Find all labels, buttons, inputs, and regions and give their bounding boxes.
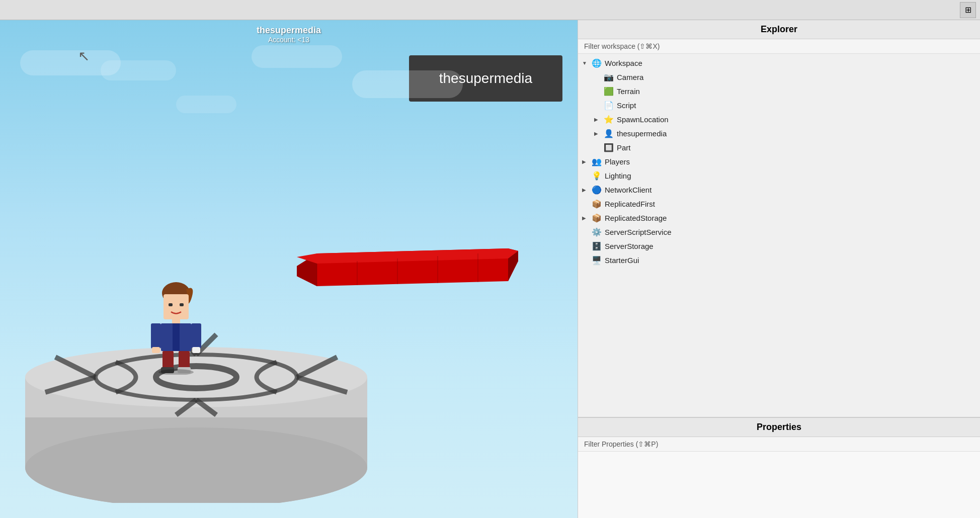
- svg-rect-32: [152, 347, 160, 353]
- tree-label-networkclient: NetworkClient: [605, 186, 651, 194]
- svg-rect-33: [191, 323, 201, 349]
- tree-label-camera: Camera: [617, 73, 643, 81]
- tree-label-thesupermedia: thesupermedia: [617, 129, 667, 138]
- tree-arrow-replicatedstorage[interactable]: ▶: [582, 215, 591, 221]
- tree-item-spawnlocation[interactable]: ▶⭐SpawnLocation: [578, 112, 980, 126]
- filter-properties-input[interactable]: Filter Properties (⇧⌘P): [578, 437, 980, 452]
- tree-icon-serverstorage: 🗄️: [591, 240, 602, 251]
- tree-icon-workspace: 🌐: [591, 57, 602, 68]
- svg-rect-25: [164, 294, 189, 319]
- viewport[interactable]: thesupermedia Account: <13 thesupermedia…: [0, 20, 578, 518]
- tree-label-part: Part: [617, 143, 631, 152]
- tree-arrow-thesupermedia[interactable]: ▶: [594, 131, 603, 136]
- tree-icon-spawnlocation: ⭐: [603, 114, 614, 125]
- svg-rect-27: [180, 303, 184, 306]
- explorer-section: Explorer Filter workspace (⇧⌘X) ▼🌐Worksp…: [578, 20, 980, 417]
- tree-label-replicatedfirst: ReplicatedFirst: [605, 200, 655, 208]
- svg-rect-34: [192, 347, 200, 353]
- svg-rect-31: [151, 323, 161, 349]
- tree-label-replicatedstorage: ReplicatedStorage: [605, 214, 667, 222]
- red-platform-svg: [297, 246, 518, 289]
- properties-header: Properties: [578, 418, 980, 437]
- tree-label-spawnlocation: SpawnLocation: [617, 115, 669, 124]
- tree-item-serverscriptservice[interactable]: ⚙️ServerScriptService: [578, 225, 980, 239]
- tree-icon-camera: 📷: [603, 71, 614, 82]
- svg-rect-30: [173, 323, 180, 351]
- filter-workspace-input[interactable]: Filter workspace (⇧⌘X): [578, 39, 980, 54]
- tree-label-lighting: Lighting: [605, 171, 631, 180]
- tree-item-workspace[interactable]: ▼🌐Workspace: [578, 56, 980, 70]
- tree-arrow-networkclient[interactable]: ▶: [582, 187, 591, 193]
- cloud-2: [101, 60, 176, 80]
- tree-arrow-players[interactable]: ▶: [582, 159, 591, 164]
- tree-icon-thesupermedia: 👤: [603, 128, 614, 139]
- properties-content: [578, 452, 980, 518]
- tree-icon-serverscriptservice: ⚙️: [591, 226, 602, 237]
- top-bar: ⊞: [0, 0, 980, 20]
- tree-arrow-workspace[interactable]: ▼: [582, 60, 591, 66]
- cloud-4: [352, 70, 463, 98]
- user-info-overlay: thesupermedia Account: <13: [257, 25, 321, 44]
- tree-label-serverscriptservice: ServerScriptService: [605, 228, 672, 236]
- tree-item-replicatedstorage[interactable]: ▶📦ReplicatedStorage: [578, 211, 980, 225]
- tree-item-players[interactable]: ▶👥Players: [578, 154, 980, 168]
- character: [148, 279, 204, 375]
- tree-item-thesupermedia[interactable]: ▶👤thesupermedia: [578, 126, 980, 140]
- svg-rect-28: [172, 318, 180, 323]
- tree-arrow-spawnlocation[interactable]: ▶: [594, 117, 603, 122]
- scene-container: [0, 95, 578, 519]
- tree-label-workspace: Workspace: [605, 59, 642, 67]
- tree-icon-part: 🔲: [603, 142, 614, 153]
- explorer-header: Explorer: [578, 20, 980, 39]
- main-content: thesupermedia Account: <13 thesupermedia…: [0, 20, 980, 518]
- tree-icon-startergui: 🖥️: [591, 254, 602, 266]
- svg-rect-26: [169, 303, 173, 306]
- tree-item-startergui[interactable]: 🖥️StarterGui: [578, 253, 980, 267]
- tree-icon-terrain: 🟩: [603, 85, 614, 97]
- tree-icon-lighting: 💡: [591, 170, 602, 181]
- tree-item-script[interactable]: 📄Script: [578, 98, 980, 112]
- tree-view[interactable]: ▼🌐Workspace📷Camera🟩Terrain📄Script▶⭐Spawn…: [578, 54, 980, 417]
- tree-icon-networkclient: 🔵: [591, 184, 602, 195]
- character-svg: [148, 279, 204, 375]
- tree-icon-replicatedfirst: 📦: [591, 198, 602, 209]
- tree-label-script: Script: [617, 101, 636, 110]
- cloud-3: [252, 45, 342, 68]
- svg-rect-37: [179, 351, 190, 369]
- tree-item-networkclient[interactable]: ▶🔵NetworkClient: [578, 183, 980, 197]
- tree-item-lighting[interactable]: 💡Lighting: [578, 168, 980, 183]
- tree-label-terrain: Terrain: [617, 87, 640, 96]
- tree-icon-replicatedstorage: 📦: [591, 212, 602, 223]
- tree-label-players: Players: [605, 157, 630, 166]
- tree-icon-players: 👥: [591, 156, 602, 167]
- window-icon[interactable]: ⊞: [960, 2, 976, 18]
- tree-icon-script: 📄: [603, 100, 614, 111]
- tree-label-serverstorage: ServerStorage: [605, 242, 654, 250]
- svg-rect-35: [162, 351, 174, 369]
- tree-label-startergui: StarterGui: [605, 256, 639, 265]
- overlay-account: Account: <13: [257, 36, 321, 44]
- red-platform-wrapper: [297, 246, 518, 289]
- tree-item-camera[interactable]: 📷Camera: [578, 70, 980, 84]
- tree-item-terrain[interactable]: 🟩Terrain: [578, 84, 980, 98]
- tree-item-serverstorage[interactable]: 🗄️ServerStorage: [578, 239, 980, 253]
- properties-section: Properties Filter Properties (⇧⌘P): [578, 417, 980, 518]
- tree-item-part[interactable]: 🔲Part: [578, 140, 980, 154]
- tree-item-replicatedfirst[interactable]: 📦ReplicatedFirst: [578, 197, 980, 211]
- window-icon-symbol: ⊞: [965, 5, 971, 15]
- overlay-username: thesupermedia: [257, 25, 321, 36]
- right-panel: Explorer Filter workspace (⇧⌘X) ▼🌐Worksp…: [578, 20, 980, 518]
